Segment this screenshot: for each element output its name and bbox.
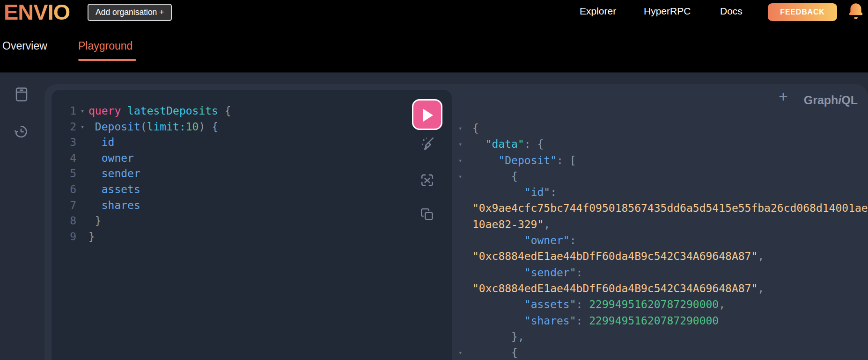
response-viewer: ▾{▾ "data": {▾ "Deposit": [▾ { "id":"0x9… [458, 120, 866, 360]
code-line: 1▾query latestDeposits { [51, 103, 452, 119]
query-editor[interactable]: 1▾query latestDeposits {2▾ Deposit(limit… [51, 90, 452, 360]
token [472, 315, 524, 327]
graphiql-card: 1▾query latestDeposits {2▾ Deposit(limit… [44, 84, 868, 360]
token: : [576, 315, 589, 327]
code-line: 5 sender [51, 166, 452, 182]
token: sender [102, 167, 140, 180]
token [88, 121, 95, 133]
token: , [758, 250, 764, 262]
token: "id" [524, 186, 550, 198]
nav-link-explorer[interactable]: Explorer [580, 6, 616, 17]
token: Deposit [95, 121, 140, 133]
feedback-button[interactable]: FEEDBACK [768, 3, 837, 21]
nav-link-hyperrpc[interactable]: HyperRPC [644, 6, 691, 17]
token [472, 331, 511, 343]
token [472, 170, 511, 182]
token [88, 152, 102, 164]
token: 22994951620787290000 [589, 315, 719, 327]
token [88, 215, 95, 227]
token: } [95, 215, 102, 227]
token: id [102, 136, 115, 148]
token [88, 167, 102, 180]
token: } [88, 230, 95, 243]
active-tab-underline [78, 59, 136, 61]
token: : [550, 186, 557, 198]
code-line: 8 } [51, 213, 452, 229]
json-line: ▾ { [458, 168, 866, 184]
token: "0xc8884edE1ae44bDfF60da4B9c542C34A69648… [472, 282, 758, 295]
envio-logo[interactable]: ENVIO [4, 0, 70, 25]
token: shares [102, 199, 140, 211]
merge-fragments-icon[interactable] [419, 172, 435, 188]
json-line: ▾ "data": { [458, 136, 866, 152]
fold-arrow-icon[interactable]: ▾ [458, 120, 472, 136]
tab-playground[interactable]: Playground [78, 40, 132, 52]
fold-arrow-icon[interactable]: ▾ [76, 103, 88, 119]
line-number: 1 [51, 103, 76, 119]
line-number: 6 [51, 182, 76, 198]
fold-arrow-icon[interactable]: ▾ [458, 345, 472, 360]
token: 10 [186, 121, 199, 133]
token: { [511, 346, 518, 359]
token: "data" [485, 138, 524, 150]
token: query [88, 105, 121, 117]
fold-arrow-icon[interactable]: ▾ [76, 119, 88, 135]
fold-arrow-icon[interactable]: ▾ [458, 136, 472, 152]
token [472, 266, 524, 279]
token: { [511, 170, 518, 182]
token: { [472, 122, 479, 134]
token: "assets" [524, 298, 576, 310]
brand-ql: QL [841, 94, 858, 107]
top-bar: ENVIO Add organisation + Explorer HyperR… [0, 0, 868, 72]
notification-bell-icon[interactable] [846, 1, 866, 24]
tab-overview[interactable]: Overview [2, 40, 47, 52]
token: "0xc8884edE1ae44bDfF60da4B9c542C34A69648… [472, 250, 758, 262]
json-line: ▾{ [458, 120, 866, 136]
execute-query-button[interactable] [412, 99, 442, 130]
token: "Deposit" [498, 154, 557, 166]
brand-graph: Graph [804, 94, 839, 107]
nav-link-docs[interactable]: Docs [720, 6, 743, 17]
json-line: "shares": 22994951620787290000 [458, 313, 866, 329]
token [88, 136, 102, 148]
history-icon[interactable] [13, 123, 29, 140]
token: { [218, 105, 231, 117]
playground-main: 1▾query latestDeposits {2▾ Deposit(limit… [0, 72, 868, 360]
query-code: 1▾query latestDeposits {2▾ Deposit(limit… [51, 103, 452, 245]
json-line: "0x9ae4cfc75bc744f095018567435dd6a5d5415… [458, 200, 866, 216]
token [88, 183, 102, 195]
json-line: "assets": 22994951620787290000, [458, 296, 866, 312]
json-line: "id": [458, 184, 866, 200]
line-number: 7 [51, 198, 76, 214]
token: owner [102, 152, 134, 164]
line-number: 4 [51, 151, 76, 166]
token: : [570, 234, 576, 246]
token [472, 298, 524, 310]
json-line: "0xc8884edE1ae44bDfF60da4B9c542C34A69648… [458, 248, 866, 264]
token [472, 234, 524, 246]
code-line: 3 id [51, 135, 452, 151]
line-number: 5 [51, 166, 76, 182]
token: : { [524, 138, 544, 150]
fold-arrow-icon[interactable]: ▾ [458, 168, 472, 184]
line-number: 9 [51, 229, 76, 245]
code-line: 9} [51, 229, 452, 245]
token: : [576, 266, 583, 279]
docs-icon[interactable] [13, 86, 30, 103]
graphiql-brand: GraphiQL [804, 94, 858, 107]
fold-arrow-icon[interactable]: ▾ [458, 152, 472, 168]
token [121, 105, 127, 117]
prettify-icon[interactable] [419, 136, 435, 152]
add-organisation-button[interactable]: Add organisation + [88, 4, 172, 21]
line-number: 2 [51, 119, 76, 135]
copy-icon[interactable] [419, 206, 435, 223]
json-line: "sender": [458, 265, 866, 281]
line-number: 8 [51, 213, 76, 229]
token: : [ [557, 154, 576, 166]
code-line: 4 owner [51, 151, 452, 166]
code-line: 7 shares [51, 198, 452, 214]
token: "0x9ae4cfc75bc744f095018567435dd6a5d5415… [472, 202, 868, 214]
add-tab-plus-icon[interactable]: + [774, 87, 793, 106]
token: , [719, 298, 725, 310]
json-line: "0xc8884edE1ae44bDfF60da4B9c542C34A69648… [458, 281, 866, 296]
